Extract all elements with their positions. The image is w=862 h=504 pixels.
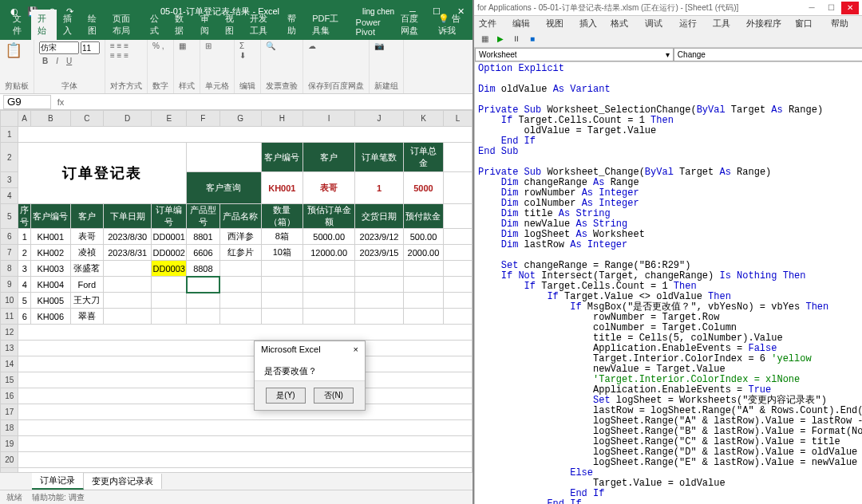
ribbon-tab[interactable]: 数据 <box>168 10 193 40</box>
col-header[interactable]: D <box>104 111 152 127</box>
data-cell[interactable] <box>303 293 355 309</box>
invoice-icon[interactable]: 🔍 <box>266 41 275 50</box>
vba-menu-item[interactable]: 文件(F) <box>479 18 504 29</box>
data-cell[interactable]: 4 <box>18 277 30 293</box>
msgbox-yes-button[interactable]: 是(Y) <box>266 388 306 404</box>
empty-cell[interactable] <box>18 404 473 420</box>
data-cell[interactable]: KH004 <box>30 277 70 293</box>
msgbox-no-button[interactable]: 否(N) <box>314 388 354 404</box>
row-header[interactable]: 17 <box>1 404 18 420</box>
data-cell[interactable]: 8箱 <box>261 229 302 245</box>
row-header[interactable]: 5 <box>1 204 18 229</box>
row-header[interactable]: 8 <box>1 261 18 277</box>
row-header[interactable]: 4 <box>1 188 18 204</box>
row-header[interactable]: 18 <box>1 420 18 436</box>
vba-pause-icon[interactable]: ⏸ <box>509 32 524 46</box>
data-cell[interactable] <box>104 261 152 277</box>
fontsize-select[interactable] <box>81 41 100 54</box>
data-cell[interactable] <box>152 293 187 309</box>
data-cell[interactable]: 2023/8/31 <box>104 245 152 261</box>
data-cell[interactable]: 西洋参 <box>219 229 261 245</box>
data-cell[interactable]: KH002 <box>30 245 70 261</box>
vba-menu-item[interactable]: 调试(D) <box>645 18 671 29</box>
vba-close-button[interactable]: ✕ <box>841 2 859 14</box>
data-cell[interactable]: 500.00 <box>403 229 444 245</box>
col-header[interactable]: L <box>444 111 473 127</box>
ribbon-tab[interactable]: 百度网盘 <box>394 10 432 40</box>
row-header[interactable]: 16 <box>1 388 18 404</box>
vba-object-dropdown[interactable]: Worksheet▾ <box>475 48 674 61</box>
data-cell[interactable] <box>261 277 302 293</box>
data-cell[interactable]: 2000.00 <box>403 245 444 261</box>
data-cell[interactable]: 10箱 <box>261 245 302 261</box>
row-header[interactable]: 12 <box>1 325 18 341</box>
data-cell[interactable] <box>219 277 261 293</box>
data-cell[interactable]: 翠喜 <box>70 309 103 325</box>
sheet-tab[interactable]: 变更内容记录表 <box>84 474 162 489</box>
vba-menu-item[interactable]: 插入(I) <box>579 18 602 29</box>
data-cell[interactable]: 1 <box>18 229 30 245</box>
data-cell[interactable]: 表哥 <box>70 229 103 245</box>
data-cell[interactable]: 红参片 <box>219 245 261 261</box>
vba-proc-dropdown[interactable]: Change▾ <box>674 48 862 61</box>
underline-icon[interactable]: U <box>63 55 75 67</box>
data-cell[interactable]: 2 <box>18 245 30 261</box>
data-cell[interactable]: 12000.00 <box>303 245 355 261</box>
data-cell[interactable] <box>261 293 302 309</box>
data-cell[interactable] <box>104 309 152 325</box>
camera-icon[interactable]: 📷 <box>374 41 384 50</box>
row-header[interactable]: 7 <box>1 245 18 261</box>
ribbon-tab[interactable]: 绘图 <box>81 10 106 40</box>
ribbon-tab[interactable]: 页面布局 <box>106 10 144 40</box>
col-header[interactable]: K <box>403 111 444 127</box>
ribbon-tab[interactable]: 插入 <box>57 10 81 40</box>
vba-menu-item[interactable]: 帮助(H) <box>831 18 857 29</box>
vba-excel-icon[interactable]: ▦ <box>477 32 492 46</box>
vba-menu-item[interactable]: 格式(O) <box>611 18 637 29</box>
data-cell[interactable]: 3 <box>18 261 30 277</box>
data-cell[interactable] <box>152 309 187 325</box>
vba-run-icon[interactable]: ▶ <box>493 32 508 46</box>
data-cell[interactable] <box>403 309 444 325</box>
vba-menu-item[interactable]: 窗口(W) <box>795 18 823 29</box>
vba-maximize-button[interactable]: ☐ <box>822 2 840 14</box>
empty-cell[interactable] <box>18 372 473 388</box>
row-header[interactable]: 14 <box>1 356 18 372</box>
data-cell[interactable]: KH003 <box>30 261 70 277</box>
row-header[interactable]: 1 <box>1 127 18 143</box>
vba-menu-item[interactable]: 视图(V) <box>546 18 571 29</box>
data-cell[interactable] <box>355 293 403 309</box>
data-cell[interactable]: DD0001 <box>152 229 187 245</box>
data-cell[interactable] <box>187 309 220 325</box>
data-cell[interactable]: 2023/9/12 <box>355 229 403 245</box>
ribbon-tab[interactable]: 文件 <box>6 10 31 40</box>
data-cell[interactable]: 5000.00 <box>303 229 355 245</box>
data-cell[interactable] <box>261 261 302 277</box>
vba-menu-item[interactable]: 工具(T) <box>713 18 738 29</box>
ribbon-tab[interactable]: 公式 <box>144 10 168 40</box>
data-cell[interactable] <box>403 293 444 309</box>
row-header[interactable]: 21 <box>1 468 18 473</box>
font-select[interactable] <box>39 41 79 54</box>
data-cell[interactable] <box>219 309 261 325</box>
formula-input[interactable] <box>70 95 473 109</box>
msgbox-close-icon[interactable]: × <box>354 345 358 354</box>
ribbon-tab[interactable]: 开始 <box>31 10 56 40</box>
vba-menu-item[interactable]: 外接程序(A) <box>746 18 788 29</box>
grid-area[interactable]: ABCDEFGHIJKL12订单登记表客户编号客户订单笔数订单总金3客户查询KH… <box>0 110 473 472</box>
data-cell[interactable] <box>219 261 261 277</box>
data-cell[interactable] <box>219 293 261 309</box>
empty-cell[interactable] <box>18 436 473 452</box>
row-header[interactable]: 2 <box>1 143 18 172</box>
ribbon-tab[interactable]: PDF工具集 <box>306 10 349 40</box>
spreadsheet-grid[interactable]: ABCDEFGHIJKL12订单登记表客户编号客户订单笔数订单总金3客户查询KH… <box>0 110 473 472</box>
col-header[interactable]: G <box>219 111 261 127</box>
ribbon-tab[interactable]: 视图 <box>219 10 243 40</box>
empty-cell[interactable] <box>18 420 473 436</box>
ribbon-tab[interactable]: 开发工具 <box>243 10 281 40</box>
col-header[interactable]: F <box>187 111 220 127</box>
data-cell[interactable]: 2023/9/15 <box>355 245 403 261</box>
empty-cell[interactable] <box>18 388 473 404</box>
vba-menu-item[interactable]: 编辑(E) <box>512 18 538 29</box>
vba-code-editor[interactable]: Option Explicit Dim oldValue As Variant … <box>475 62 862 504</box>
